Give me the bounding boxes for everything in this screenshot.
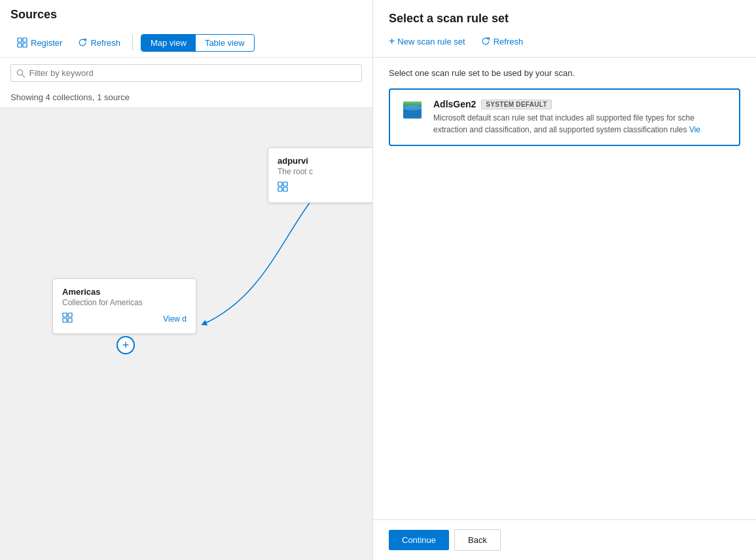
sources-title: Sources (10, 8, 362, 28)
back-button[interactable]: Back (454, 529, 501, 551)
scan-rule-info: AdlsGen2 SYSTEM DEFAULT Microsoft defaul… (433, 99, 729, 136)
register-button[interactable]: Register (10, 33, 69, 52)
americas-desc: Collection for Americas (62, 298, 187, 307)
right-footer: Continue Back (373, 519, 756, 560)
continue-button[interactable]: Continue (389, 530, 449, 550)
americas-node[interactable]: Americas Collection for Americas View d (52, 278, 196, 334)
search-input[interactable] (29, 68, 356, 78)
americas-grid-icon[interactable] (62, 312, 73, 326)
right-refresh-label: Refresh (494, 37, 524, 47)
americas-icon-row: View d (62, 312, 187, 326)
select-description: Select one scan rule set to be used by y… (389, 68, 740, 78)
right-content: Select one scan rule set to be used by y… (373, 58, 756, 519)
right-title: Select a scan rule set (389, 12, 740, 26)
svg-point-16 (403, 105, 422, 111)
system-default-badge: SYSTEM DEFAULT (481, 100, 551, 109)
scan-rule-card[interactable]: AdlsGen2 SYSTEM DEFAULT Microsoft defaul… (389, 88, 740, 146)
svg-rect-2 (18, 43, 22, 47)
root-node-icon-row (278, 181, 372, 195)
register-icon (17, 37, 27, 48)
left-header: Sources Register Refresh Ma (0, 0, 372, 58)
scan-rule-desc-text1: Microsoft default scan rule set that inc… (433, 113, 694, 122)
svg-rect-13 (68, 318, 72, 322)
register-label: Register (31, 38, 62, 48)
scan-rule-name: AdlsGen2 (433, 99, 476, 109)
left-panel: Sources Register Refresh Ma (0, 0, 373, 560)
root-grid-icon (278, 181, 288, 195)
toolbar-divider (132, 35, 133, 50)
right-panel: Select a scan rule set + New scan rule s… (373, 0, 756, 560)
adls-icon (401, 99, 424, 122)
right-refresh-icon (481, 37, 490, 46)
root-node-desc: The root c (278, 167, 372, 176)
svg-rect-9 (283, 187, 287, 191)
svg-rect-0 (18, 38, 22, 42)
scan-rule-view-link[interactable]: Vie (689, 125, 700, 134)
svg-line-5 (22, 75, 25, 77)
svg-rect-7 (283, 182, 287, 186)
svg-rect-3 (23, 43, 27, 47)
root-node: adpurvi The root c (268, 147, 372, 203)
right-refresh-button[interactable]: Refresh (476, 34, 529, 49)
left-refresh-icon (78, 38, 87, 47)
svg-rect-6 (278, 182, 282, 186)
map-view-button[interactable]: Map view (141, 35, 196, 51)
left-refresh-button[interactable]: Refresh (71, 34, 127, 52)
add-node-button[interactable]: + (117, 336, 135, 354)
americas-title: Americas (62, 287, 187, 297)
scan-rule-title-row: AdlsGen2 SYSTEM DEFAULT (433, 99, 729, 109)
search-bar (0, 58, 372, 88)
svg-rect-18 (403, 102, 422, 103)
new-scan-label: New scan rule set (397, 37, 465, 47)
plus-icon: + (389, 36, 395, 47)
svg-rect-10 (63, 313, 67, 317)
search-input-wrap[interactable] (10, 64, 362, 82)
view-details-link[interactable]: View d (163, 314, 187, 324)
right-toolbar: + New scan rule set Refresh (389, 33, 740, 49)
search-icon (16, 69, 25, 78)
showing-text: Showing 4 collections, 1 source (0, 88, 372, 108)
svg-rect-11 (68, 313, 72, 317)
root-node-title: adpurvi (278, 156, 372, 166)
right-header: Select a scan rule set + New scan rule s… (373, 0, 756, 58)
scan-rule-desc-text2: extraction and classification, and all s… (433, 125, 687, 134)
svg-rect-1 (23, 38, 27, 42)
table-view-button[interactable]: Table view (196, 35, 254, 51)
svg-rect-8 (278, 187, 282, 191)
left-refresh-label: Refresh (90, 38, 120, 48)
svg-rect-12 (63, 318, 67, 322)
map-area: adpurvi The root c Americas Collection f… (0, 108, 372, 560)
new-scan-rule-button[interactable]: + New scan rule set (389, 33, 465, 49)
scan-rule-description: Microsoft default scan rule set that inc… (433, 112, 729, 136)
left-toolbar: Register Refresh Map view Table view (10, 28, 362, 57)
view-toggle: Map view Table view (141, 34, 255, 52)
svg-point-4 (17, 69, 22, 75)
